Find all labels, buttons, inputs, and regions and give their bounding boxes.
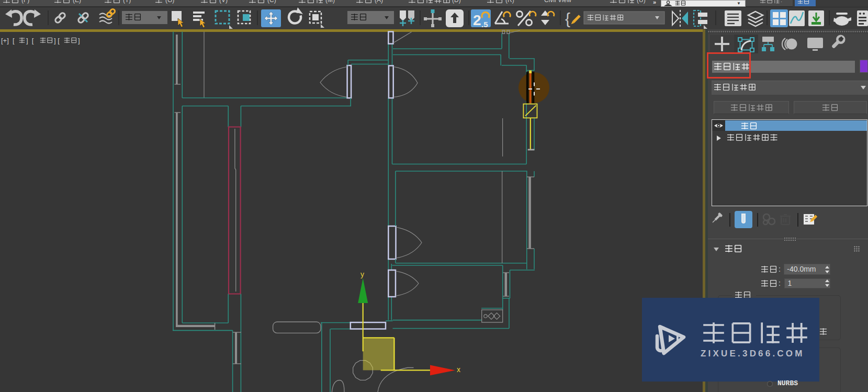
svg-text:{: { xyxy=(565,10,570,27)
svg-text:.5: .5 xyxy=(481,20,488,29)
svg-text:y: y xyxy=(360,270,364,278)
svg-text:2: 2 xyxy=(473,12,481,28)
svg-text:x: x xyxy=(457,365,460,374)
